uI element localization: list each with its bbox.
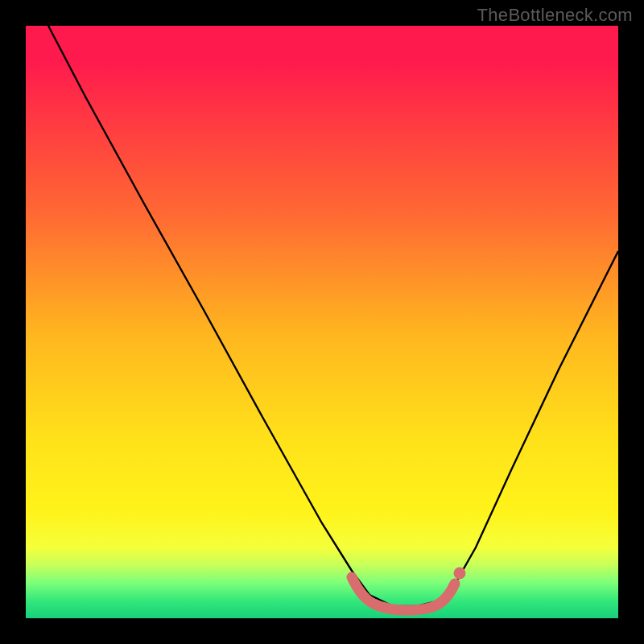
plot-area [26,26,618,618]
optimal-range-marker [352,577,455,610]
watermark-text: TheBottleneck.com [477,5,633,26]
curve-svg [26,26,618,618]
bottleneck-curve [48,26,618,606]
optimal-range-end-dot [454,568,466,580]
chart-frame: TheBottleneck.com [0,0,644,644]
